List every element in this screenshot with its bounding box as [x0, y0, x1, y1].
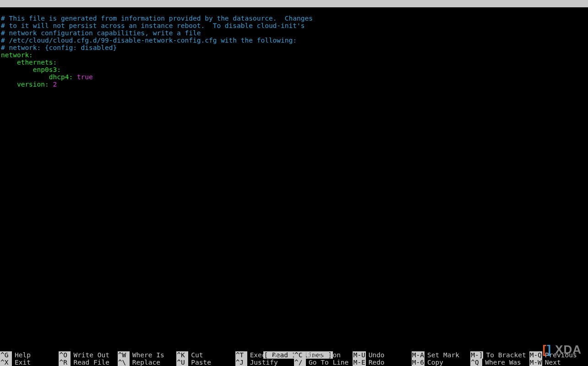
shortcut-go-to-line[interactable]: ^/Go To Line: [294, 359, 353, 366]
shortcut-execute[interactable]: ^TExecute: [235, 351, 294, 359]
shortcut-undo[interactable]: M-UUndo: [353, 351, 411, 359]
shortcut-to-bracket[interactable]: M-]To Bracket: [470, 351, 529, 359]
bracket-open-icon: [: [543, 346, 547, 353]
shortcut-read-file[interactable]: ^RRead File: [59, 359, 117, 366]
shortcut-where-is[interactable]: ^WWhere Is: [118, 351, 176, 359]
shortcut-location[interactable]: ^CLocation: [294, 351, 353, 359]
shortcut-replace[interactable]: ^\Replace: [118, 359, 176, 366]
shortcut-copy[interactable]: M-6Copy: [412, 359, 470, 366]
title-bar: GNU nano 7.2/etc/netplan/50-cloud-init.y…: [0, 0, 588, 7]
shortcut-help[interactable]: ^GHelp: [0, 351, 59, 359]
yaml-val-version: 2: [53, 81, 57, 88]
yaml-key-dhcp4: dhcp4: [1, 73, 69, 81]
comment-line: # network: {config: disabled}: [1, 44, 117, 51]
shortcut-set-mark[interactable]: M-ASet Mark: [412, 351, 470, 359]
watermark-text: XDA: [555, 346, 582, 353]
bracket-close-icon: ]: [547, 346, 551, 353]
shortcut-write-out[interactable]: ^OWrite Out: [59, 351, 117, 359]
yaml-val-dhcp4: true: [77, 73, 93, 81]
shortcut-next[interactable]: M-WNext: [529, 359, 588, 366]
shortcut-where-was[interactable]: ^QWhere Was: [470, 359, 529, 366]
yaml-key-iface: enp0s3: [1, 66, 57, 73]
comment-line: # to it will not persist across an insta…: [1, 22, 305, 29]
xda-watermark: [] XDA: [543, 346, 582, 353]
app-name: GNU nano 7.2: [9, 7, 65, 15]
editor-area[interactable]: # This file is generated from informatio…: [0, 7, 588, 88]
yaml-key-ethernets: ethernets: [1, 59, 53, 66]
shortcut-cut[interactable]: ^KCut: [176, 351, 235, 359]
yaml-key-network: network: [1, 51, 29, 59]
shortcut-bar: ^GHelp ^OWrite Out ^WWhere Is ^KCut ^TEx…: [0, 351, 588, 366]
shortcut-justify[interactable]: ^JJustify: [235, 359, 294, 366]
shortcut-exit[interactable]: ^XExit: [0, 359, 59, 366]
comment-line: # /etc/cloud/cloud.cfg.d/99-disable-netw…: [1, 37, 297, 44]
status-line: [ Read 10 lines ]: [0, 344, 588, 351]
shortcut-paste[interactable]: ^UPaste: [176, 359, 235, 366]
shortcut-redo[interactable]: M-ERedo: [353, 359, 411, 366]
shortcut-row-2: ^XExit ^RRead File ^\Replace ^UPaste ^JJ…: [0, 359, 588, 366]
comment-line: # This file is generated from informatio…: [1, 15, 313, 22]
yaml-key-version: version: [1, 81, 45, 88]
comment-line: # network configuration capabilities, wr…: [1, 29, 201, 37]
shortcut-row-1: ^GHelp ^OWrite Out ^WWhere Is ^KCut ^TEx…: [0, 351, 588, 359]
file-path: /etc/netplan/50-cloud-init.yaml: [267, 7, 391, 15]
